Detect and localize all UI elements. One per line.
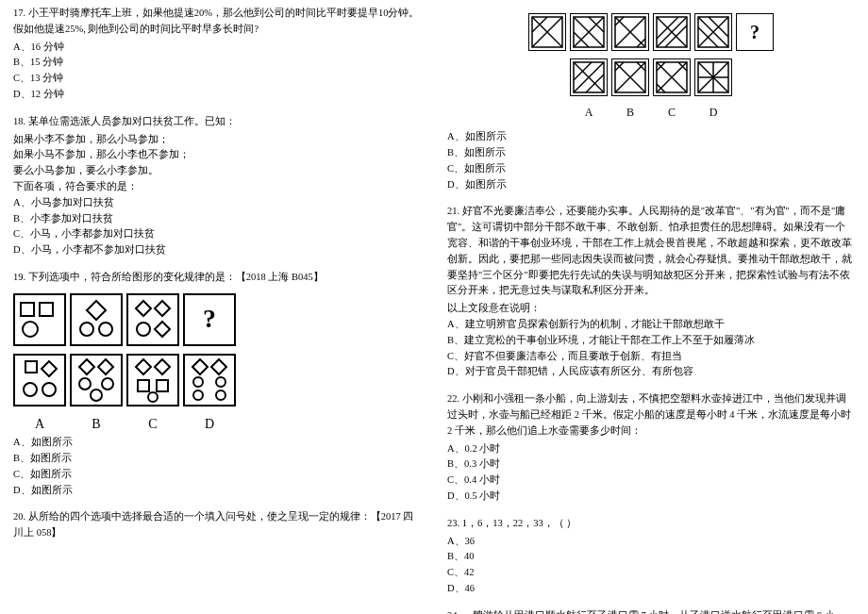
lines-icon — [573, 16, 605, 48]
q20-prompt-1 — [528, 13, 566, 51]
shapes-icon — [187, 357, 232, 403]
q18-opt-d: D、小马，小李都不参加对口扶贫 — [13, 242, 421, 258]
q19-prompt-3 — [126, 293, 179, 346]
shapes-icon — [17, 357, 62, 403]
question-mark-icon: ? — [203, 298, 216, 340]
q24-text: 24. 一艘游轮从甲港口顺水航行至乙港口需 7 小时，从乙港口逆水航行至甲港口需… — [447, 608, 855, 614]
q18-text: 18. 某单位需选派人员参加对口扶贫工作。已知： — [13, 114, 421, 130]
q19-label-a: A — [13, 414, 66, 435]
q19-option-d-fig — [183, 354, 236, 407]
q21-opt-a: A、建立明辨官员探索创新行为的机制，才能让干部敢想敢干 — [447, 317, 855, 333]
svg-point-28 — [193, 390, 203, 400]
q20-option-d-fig — [694, 58, 732, 96]
q20-option-labels: A B C D — [447, 104, 855, 122]
shapes-icon — [17, 297, 62, 342]
q21-l1: 以上文段意在说明： — [447, 301, 855, 317]
q23-opt-b: B、40 — [447, 549, 855, 565]
svg-point-26 — [193, 377, 203, 387]
q19-label-d: D — [183, 414, 236, 435]
q20-prompt-qmark: ? — [736, 13, 774, 51]
lines-icon — [614, 16, 646, 48]
lines-icon — [656, 61, 688, 93]
svg-point-29 — [216, 390, 225, 400]
question-22: 22. 小刚和小强租一条小船，向上游划去，不慎把空塑料水壶掉进江中，当他们发现并… — [447, 391, 855, 505]
question-23: 23. 1，6，13，22，33，（ ） A、36 B、40 C、42 D、46 — [447, 516, 855, 597]
q21-opt-c: C、好官不但要廉洁奉公，而且要敢于创新、有担当 — [447, 349, 855, 365]
svg-rect-10 — [25, 361, 37, 373]
shapes-icon — [130, 297, 175, 342]
svg-marker-6 — [136, 301, 151, 316]
q21-text: 21. 好官不光要廉洁奉公，还要能办实事。人民期待的是"改革官"、"有为官"，而… — [447, 204, 855, 299]
right-column: ? A B C D A、如图所示 B、如图所示 C、如图所示 D、如图所示 21… — [447, 6, 855, 608]
svg-point-16 — [79, 378, 91, 390]
svg-point-18 — [91, 390, 102, 401]
q23-opt-d: D、46 — [447, 581, 855, 597]
question-24: 24. 一艘游轮从甲港口顺水航行至乙港口需 7 小时，从乙港口逆水航行至甲港口需… — [447, 608, 855, 614]
q17-opt-c: C、13 分钟 — [13, 71, 421, 87]
svg-point-2 — [23, 322, 38, 337]
q23-opt-c: C、42 — [447, 565, 855, 581]
q19-opt-a: A、如图所示 — [13, 435, 421, 451]
q19-opt-d: D、如图所示 — [13, 483, 421, 499]
svg-point-8 — [137, 323, 150, 336]
svg-marker-24 — [192, 359, 208, 374]
shapes-icon — [130, 357, 175, 403]
svg-rect-0 — [21, 303, 34, 316]
shapes-icon — [74, 357, 119, 403]
question-19: 19. 下列选项中，符合所给图形的变化规律的是：【2018 上海 B045】 ?… — [13, 270, 421, 498]
q20-text: 20. 从所给的四个选项中选择最合适的一个填入问号处，使之呈现一定的规律：【20… — [13, 509, 421, 541]
q23-text: 23. 1，6，13，22，33，（ ） — [447, 516, 855, 532]
lines-icon — [697, 61, 729, 93]
q18-l3: 要么小马参加，要么小李参加。 — [13, 163, 421, 179]
svg-rect-21 — [138, 380, 149, 391]
q17-opt-d: D、12 分钟 — [13, 87, 421, 103]
q19-figure-row-top: ? — [13, 293, 421, 346]
q20-option-c-fig — [653, 58, 691, 96]
svg-marker-19 — [136, 359, 151, 374]
q20-prompt-4 — [653, 13, 691, 51]
lines-icon — [531, 16, 563, 48]
q19-opt-c: C、如图所示 — [13, 467, 421, 483]
q20-label-d: D — [694, 104, 732, 122]
question-mark-icon: ? — [750, 17, 760, 47]
shapes-icon — [74, 297, 119, 342]
question-20-figures: ? A B C D A、如图所示 B、如图所示 C、如图所示 D、如图所示 — [447, 13, 855, 192]
q20-prompt-3 — [611, 13, 649, 51]
q18-l4: 下面各项，符合要求的是： — [13, 179, 421, 195]
q20-label-c: C — [653, 104, 691, 122]
svg-marker-20 — [155, 359, 170, 374]
q18-l1: 如果小李不参加，那么小马参加； — [13, 132, 421, 148]
question-21: 21. 好官不光要廉洁奉公，还要能办实事。人民期待的是"改革官"、"有为官"，而… — [447, 204, 855, 380]
q21-opt-d: D、对于官员干部犯错，人民应该有所区分、有所包容 — [447, 364, 855, 380]
svg-point-27 — [216, 377, 225, 387]
lines-icon — [697, 16, 729, 48]
svg-marker-9 — [155, 322, 170, 337]
q18-opt-c: C、小马，小李都参加对口扶贫 — [13, 226, 421, 242]
q19-prompt-qmark: ? — [183, 293, 236, 346]
svg-point-12 — [24, 383, 37, 396]
q17-opt-b: B、15 分钟 — [13, 55, 421, 71]
q20-label-a: A — [570, 104, 608, 122]
question-18: 18. 某单位需选派人员参加对口扶贫工作。已知： 如果小李不参加，那么小马参加；… — [13, 114, 421, 258]
svg-marker-25 — [211, 359, 226, 374]
q20-figure-row-bottom — [447, 58, 855, 96]
svg-point-13 — [42, 383, 56, 396]
svg-marker-7 — [155, 301, 170, 316]
q20-option-b-fig — [611, 58, 649, 96]
q17-opt-a: A、16 分钟 — [13, 40, 421, 56]
q22-opt-d: D、0.5 小时 — [447, 489, 855, 505]
svg-marker-15 — [98, 359, 113, 374]
q19-opt-b: B、如图所示 — [13, 451, 421, 467]
question-20: 20. 从所给的四个选项中选择最合适的一个填入问号处，使之呈现一定的规律：【20… — [13, 509, 421, 541]
svg-point-4 — [80, 323, 93, 336]
q19-label-c: C — [126, 414, 179, 435]
lines-icon — [656, 16, 688, 48]
q19-option-a-fig — [13, 354, 66, 407]
q19-option-labels: A B C D — [13, 414, 421, 435]
q22-opt-a: A、0.2 小时 — [447, 441, 855, 457]
svg-point-17 — [102, 378, 113, 390]
q18-l2: 如果小马不参加，那么小李也不参加； — [13, 147, 421, 163]
q20-opt-c: C、如图所示 — [447, 161, 855, 177]
q22-opt-c: C、0.4 小时 — [447, 473, 855, 489]
q20-label-b: B — [611, 104, 649, 122]
